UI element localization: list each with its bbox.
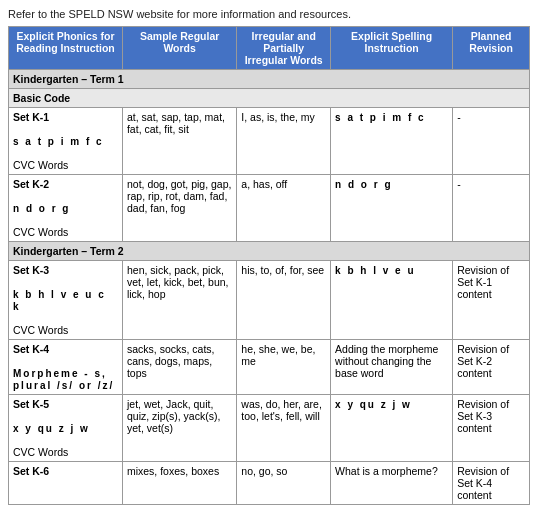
cell-col3: was, do, her, are, too, let's, fell, wil… <box>237 395 331 462</box>
table-row: Set K-5x y qu z j wCVC Wordsjet, wet, Ja… <box>9 395 530 462</box>
cell-col1: Set K-3k b h l v e u c kCVC Words <box>9 261 123 340</box>
cell-col5: Revision of Set K-3 content <box>453 395 530 462</box>
main-table: Explicit Phonics for Reading Instruction… <box>8 26 530 505</box>
cell-col1: Set K-5x y qu z j wCVC Words <box>9 395 123 462</box>
table-row: Set K-6mixes, foxes, boxesno, go, soWhat… <box>9 462 530 505</box>
intro-text: Refer to the SPELD NSW website for more … <box>8 8 530 20</box>
table-row: Set K-2n d o r gCVC Wordsnot, dog, got, … <box>9 175 530 242</box>
table-row: Basic Code <box>9 89 530 108</box>
col-header-3: Irregular and Partially Irregular Words <box>237 27 331 70</box>
cell-col4: What is a morpheme? <box>331 462 453 505</box>
cell-col2: jet, wet, Jack, quit, quiz, zip(s), yack… <box>122 395 236 462</box>
cell-col2: at, sat, sap, tap, mat, fat, cat, fit, s… <box>122 108 236 175</box>
cell-col4: n d o r g <box>331 175 453 242</box>
cell-col5: - <box>453 108 530 175</box>
cell-col1: Set K-6 <box>9 462 123 505</box>
cell-col4: s a t p i m f c <box>331 108 453 175</box>
cell-col4: k b h l v e u <box>331 261 453 340</box>
cell-col2: hen, sick, pack, pick, vet, let, kick, b… <box>122 261 236 340</box>
cell-col1: Set K-4Morpheme - s, plural /s/ or /z/ <box>9 340 123 395</box>
col-header-4: Explicit Spelling Instruction <box>331 27 453 70</box>
cell-col3: his, to, of, for, see <box>237 261 331 340</box>
section-header: Kindergarten – Term 1 <box>9 70 530 89</box>
cell-col3: he, she, we, be, me <box>237 340 331 395</box>
cell-col3: I, as, is, the, my <box>237 108 331 175</box>
cell-col2: not, dog, got, pig, gap, rap, rip, rot, … <box>122 175 236 242</box>
header-row: Explicit Phonics for Reading Instruction… <box>9 27 530 70</box>
cell-col4: Adding the morpheme without changing the… <box>331 340 453 395</box>
table-row: Kindergarten – Term 2 <box>9 242 530 261</box>
cell-col3: no, go, so <box>237 462 331 505</box>
cell-col4: x y qu z j w <box>331 395 453 462</box>
table-row: Kindergarten – Term 1 <box>9 70 530 89</box>
cell-col5: - <box>453 175 530 242</box>
col-header-1: Explicit Phonics for Reading Instruction <box>9 27 123 70</box>
col-header-2: Sample Regular Words <box>122 27 236 70</box>
cell-col5: Revision of Set K-2 content <box>453 340 530 395</box>
cell-col2: sacks, socks, cats, cans, dogs, maps, to… <box>122 340 236 395</box>
section-header: Kindergarten – Term 2 <box>9 242 530 261</box>
table-row: Set K-3k b h l v e u c kCVC Wordshen, si… <box>9 261 530 340</box>
cell-col5: Revision of Set K-4 content <box>453 462 530 505</box>
cell-col2: mixes, foxes, boxes <box>122 462 236 505</box>
table-row: Set K-1s a t p i m f cCVC Wordsat, sat, … <box>9 108 530 175</box>
cell-col3: a, has, off <box>237 175 331 242</box>
subsection-header: Basic Code <box>9 89 530 108</box>
table-row: Set K-4Morpheme - s, plural /s/ or /z/sa… <box>9 340 530 395</box>
col-header-5: Planned Revision <box>453 27 530 70</box>
cell-col5: Revision of Set K-1 content <box>453 261 530 340</box>
cell-col1: Set K-2n d o r gCVC Words <box>9 175 123 242</box>
cell-col1: Set K-1s a t p i m f cCVC Words <box>9 108 123 175</box>
